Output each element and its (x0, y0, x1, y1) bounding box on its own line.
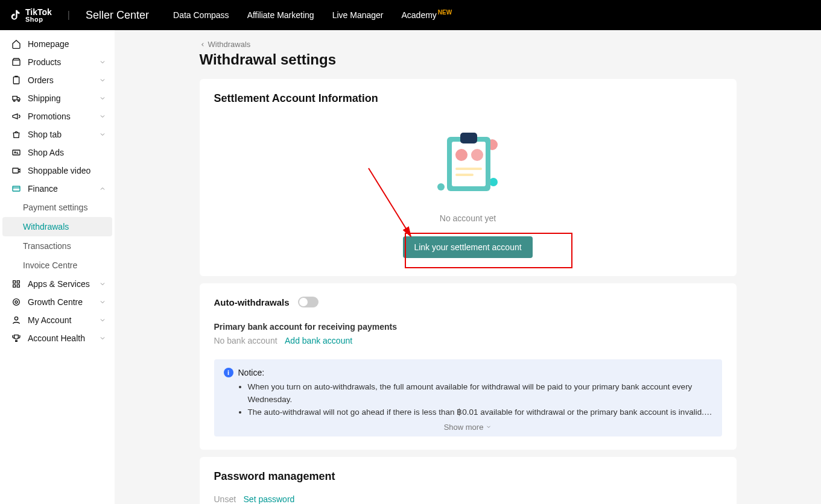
chevron-down-icon (486, 424, 492, 430)
sidebar-item-products[interactable]: Products (2, 53, 112, 71)
chevron-down-icon (99, 298, 106, 306)
svg-point-20 (455, 149, 468, 161)
empty-illustration (429, 122, 507, 200)
sidebar-item-label: Homepage (28, 39, 69, 49)
chevron-down-icon (99, 58, 106, 66)
trophy-icon (11, 333, 22, 343)
svg-rect-22 (455, 168, 482, 170)
sidebar-item-my-account[interactable]: My Account (2, 311, 112, 329)
settlement-title: Settlement Account Information (214, 92, 722, 105)
nav-affiliate[interactable]: Affiliate Marketing (247, 10, 314, 20)
megaphone-icon (11, 112, 22, 121)
chevron-up-icon (99, 185, 106, 192)
svg-rect-1 (13, 77, 19, 84)
svg-point-15 (489, 178, 498, 186)
sidebar-item-label: Shop tab (28, 130, 62, 139)
sidebar-item-shop-ads[interactable]: Shop Ads (2, 143, 112, 162)
svg-point-13 (14, 317, 17, 320)
sidebar-item-label: Growth Centre (28, 297, 83, 307)
sidebar-item-orders[interactable]: Orders (2, 71, 112, 89)
top-nav: TikTok Shop | Seller Center Data Compass… (0, 0, 821, 30)
sidebar-item-homepage[interactable]: Homepage (2, 35, 112, 53)
sidebar-item-shipping[interactable]: Shipping (2, 89, 112, 107)
settlement-card: Settlement Account Information (200, 79, 737, 276)
home-icon (11, 39, 22, 49)
sidebar-sub-invoice-centre[interactable]: Invoice Centre (2, 256, 112, 275)
nav-data-compass[interactable]: Data Compass (173, 10, 229, 20)
sidebar-item-growth-centre[interactable]: Growth Centre (2, 293, 112, 311)
sidebar-sub-transactions[interactable]: Transactions (2, 236, 112, 256)
card-icon (11, 184, 22, 194)
link-settlement-button[interactable]: Link your settlement account (403, 236, 532, 258)
svg-rect-8 (17, 281, 19, 283)
show-more-link[interactable]: Show more (224, 423, 712, 432)
sidebar: Homepage Products Orders Shipping Promot… (0, 30, 115, 504)
password-card: Password management Unset Set password (200, 457, 737, 504)
nav-live-manager[interactable]: Live Manager (332, 10, 384, 20)
logo-text-1: TikTok (25, 8, 52, 16)
breadcrumb-label: Withdrawals (208, 40, 251, 49)
svg-point-12 (15, 301, 17, 303)
sidebar-item-label: Finance (28, 184, 58, 194)
divider: | (68, 10, 70, 20)
chevron-left-icon (200, 42, 206, 48)
target-icon (11, 297, 22, 307)
nav-items: Data Compass Affiliate Marketing Live Ma… (173, 10, 452, 20)
sidebar-item-shop-tab[interactable]: Shop tab (2, 125, 112, 143)
seller-center-label[interactable]: Seller Center (86, 9, 149, 22)
svg-rect-9 (13, 285, 16, 287)
sidebar-item-label: Shoppable video (28, 166, 90, 175)
svg-rect-19 (460, 133, 477, 143)
svg-rect-6 (13, 186, 20, 191)
svg-rect-4 (13, 150, 20, 155)
chevron-down-icon (99, 77, 106, 84)
chevron-down-icon (99, 131, 106, 138)
sidebar-item-promotions[interactable]: Promotions (2, 107, 112, 125)
add-bank-account-link[interactable]: Add bank account (285, 336, 352, 345)
bag-icon (11, 130, 22, 139)
sidebar-sub-withdrawals[interactable]: Withdrawals (2, 217, 112, 236)
chevron-down-icon (99, 317, 106, 324)
notice-bullet: When you turn on auto-withdrawals, the f… (248, 381, 712, 406)
svg-rect-7 (13, 281, 16, 283)
page-title: Withdrawal settings (200, 51, 737, 68)
sidebar-item-apps-services[interactable]: Apps & Services (2, 275, 112, 293)
sidebar-item-account-health[interactable]: Account Health (2, 329, 112, 347)
svg-point-3 (18, 100, 20, 102)
svg-point-2 (13, 100, 15, 102)
svg-rect-5 (13, 168, 18, 173)
tiktok-icon (8, 8, 22, 22)
sidebar-item-label: My Account (28, 315, 71, 325)
svg-rect-0 (13, 60, 20, 66)
sidebar-item-label: Shipping (28, 93, 61, 103)
chevron-down-icon (99, 335, 106, 342)
auto-withdrawals-label: Auto-withdrawals (214, 297, 290, 307)
nav-academy[interactable]: AcademyNEW (401, 10, 452, 20)
chevron-down-icon (99, 113, 106, 120)
sidebar-item-label: Products (28, 57, 61, 67)
svg-rect-23 (455, 174, 474, 176)
set-password-link[interactable]: Set password (244, 494, 295, 504)
breadcrumb-back[interactable]: Withdrawals (200, 40, 737, 49)
clipboard-icon (11, 75, 22, 85)
svg-rect-18 (452, 142, 486, 186)
sidebar-sub-payment-settings[interactable]: Payment settings (2, 198, 112, 217)
empty-caption: No account yet (214, 213, 722, 223)
sidebar-item-shoppable-video[interactable]: Shoppable video (2, 162, 112, 180)
video-icon (11, 166, 22, 175)
badge-new: NEW (438, 9, 452, 16)
chevron-down-icon (99, 95, 106, 102)
svg-point-21 (471, 149, 483, 161)
auto-withdrawals-card: Auto-withdrawals Primary bank account fo… (200, 283, 737, 450)
svg-point-11 (13, 299, 20, 306)
nav-academy-label: Academy (401, 10, 436, 20)
svg-point-14 (437, 183, 445, 191)
ads-icon (11, 148, 22, 157)
sidebar-item-label: Apps & Services (28, 279, 90, 289)
grid-icon (11, 279, 22, 289)
sidebar-item-finance[interactable]: Finance (2, 180, 112, 198)
sidebar-item-label: Account Health (28, 333, 85, 343)
auto-withdrawals-toggle[interactable] (298, 297, 319, 307)
logo[interactable]: TikTok Shop (8, 8, 52, 23)
notice-head-text: Notice: (238, 368, 265, 377)
